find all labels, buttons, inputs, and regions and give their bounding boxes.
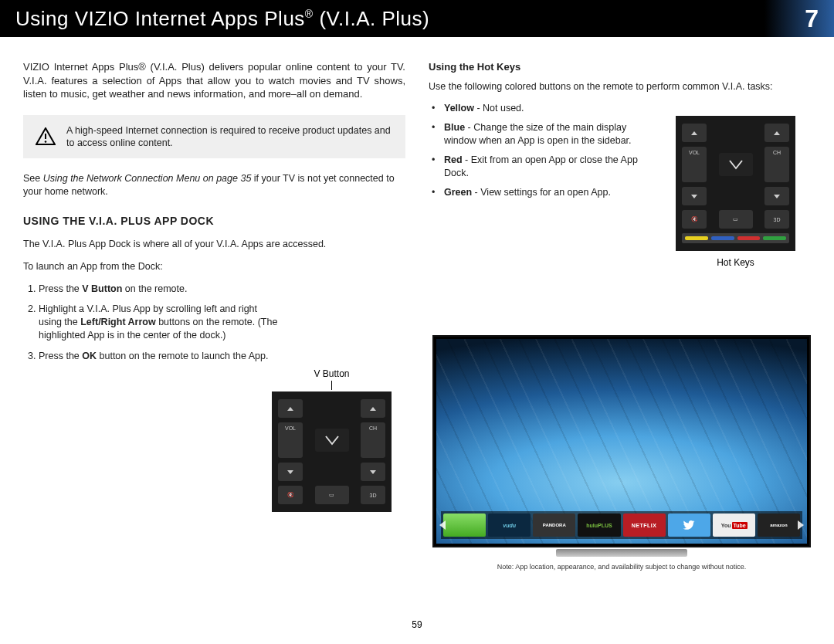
- mute-icon: 🔇: [682, 210, 707, 229]
- remote-vol-button: VOL: [682, 147, 707, 182]
- remote-figure-hotkeys: VOL CH 🔇 ▭ 3D Hot Keys: [676, 116, 795, 268]
- hotkey-strip: [682, 233, 789, 243]
- hotkey-yellow: Yellow - Not used.: [439, 102, 811, 115]
- remote-up-icon: [764, 124, 789, 142]
- step-3: Press the OK button on the remote to lau…: [39, 350, 405, 363]
- 3d-button: 3D: [764, 210, 789, 229]
- callout-line: [331, 381, 332, 390]
- dock-right-arrow-icon: [798, 520, 804, 530]
- app-dock: vudu PANDORA huluPLUS NETFLIX YouTube am…: [441, 511, 802, 539]
- app-twitter: [668, 514, 710, 537]
- tv-stand: [556, 549, 687, 557]
- hotkey-green-icon: [763, 236, 786, 240]
- title-post: (V.I.A. Plus): [314, 7, 430, 30]
- dock-left-arrow-icon: [439, 520, 446, 530]
- remote-down-icon: [764, 187, 789, 205]
- twitter-icon: [683, 519, 695, 531]
- title-sup: ®: [305, 8, 314, 20]
- aspect-icon: ▭: [315, 486, 349, 504]
- remote-vol-button: VOL: [278, 422, 303, 458]
- remote-figure-vbutton: V Button VOL CH 🔇 ▭ 3D: [272, 368, 392, 512]
- hotkey-red-icon: [737, 236, 761, 240]
- page-title: Using VIZIO Internet Apps Plus® (V.I.A. …: [15, 7, 429, 31]
- vbutton-label: V Button: [272, 368, 392, 379]
- app-youtube: YouTube: [713, 514, 755, 537]
- tv-figure: vudu PANDORA huluPLUS NETFLIX YouTube am…: [432, 335, 811, 571]
- hotkeys-heading: Using the Hot Keys: [429, 60, 811, 74]
- hotkey-yellow-icon: [685, 236, 708, 240]
- remote-image: VOL CH 🔇 ▭ 3D: [272, 391, 392, 512]
- page-header: Using VIZIO Internet Apps Plus® (V.I.A. …: [0, 0, 834, 37]
- app-netflix: NETFLIX: [623, 514, 666, 537]
- aspect-icon: ▭: [719, 210, 753, 229]
- see-note: See Using the Network Connection Menu on…: [23, 172, 405, 198]
- app-amazon: amazon: [758, 514, 800, 537]
- svg-point-1: [45, 141, 47, 143]
- title-pre: Using VIZIO Internet Apps Plus: [15, 7, 305, 30]
- remote-up-icon: [361, 399, 385, 418]
- warning-box: A high-speed Internet connection is requ…: [23, 115, 405, 159]
- warning-text: A high-speed Internet connection is requ…: [66, 124, 393, 150]
- app-hulu: huluPLUS: [578, 514, 620, 537]
- launch-intro: To launch an App from the Dock:: [23, 260, 405, 273]
- section-heading: USING THE V.I.A. PLUS APP DOCK: [23, 214, 405, 229]
- steps-list: Press the V Button on the remote. Highli…: [23, 283, 405, 363]
- chapter-number: 7: [805, 5, 819, 33]
- v-button-icon: [719, 153, 753, 176]
- remote-ch-button: CH: [764, 147, 789, 182]
- hotkeys-caption: Hot Keys: [676, 257, 795, 268]
- app-pandora: PANDORA: [533, 514, 575, 537]
- tv-note: Note: App location, appearance, and avai…: [432, 563, 811, 571]
- step-2: Highlight a V.I.A. Plus App by scrolling…: [39, 303, 405, 342]
- left-column: VIZIO Internet Apps Plus® (V.I.A. Plus) …: [23, 60, 405, 371]
- page-number: 59: [412, 619, 422, 630]
- hotkeys-intro: Use the following colored buttons on the…: [429, 80, 811, 93]
- tv-frame: vudu PANDORA huluPLUS NETFLIX YouTube am…: [432, 335, 811, 547]
- warning-icon: [36, 127, 56, 146]
- remote-up-icon: [278, 399, 303, 418]
- app-vudu: vudu: [488, 514, 531, 537]
- mute-icon: 🔇: [278, 486, 303, 504]
- remote-down-icon: [682, 187, 707, 205]
- step-1: Press the V Button on the remote.: [39, 283, 405, 296]
- app-favorites: [443, 514, 486, 537]
- remote-down-icon: [361, 463, 385, 481]
- remote-up-icon: [682, 124, 707, 142]
- remote-down-icon: [278, 463, 303, 481]
- remote-ch-button: CH: [361, 422, 385, 458]
- intro-paragraph: VIZIO Internet Apps Plus® (V.I.A. Plus) …: [23, 60, 405, 101]
- v-button-icon: [315, 429, 349, 452]
- hotkey-blue-icon: [711, 236, 734, 240]
- dock-intro: The V.I.A. Plus App Dock is where all of…: [23, 238, 405, 251]
- remote-image: VOL CH 🔇 ▭ 3D: [676, 116, 795, 251]
- tv-screen: vudu PANDORA huluPLUS NETFLIX YouTube am…: [436, 339, 807, 544]
- 3d-button: 3D: [361, 486, 385, 504]
